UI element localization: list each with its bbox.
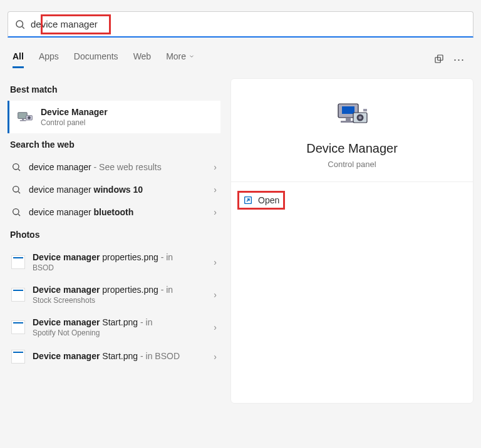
chevron-down-icon [189, 53, 195, 59]
search-icon [11, 185, 21, 195]
image-thumb-icon [11, 320, 25, 334]
search-icon [11, 207, 21, 217]
web-result-label: device manager - See web results [29, 162, 206, 172]
svg-line-14 [18, 214, 20, 216]
share-icon [433, 53, 445, 64]
photo-result-item[interactable]: Device manager properties.png - in Stock… [8, 278, 220, 311]
web-result-label: device manager bluetooth [29, 207, 206, 217]
photo-result-text: Device manager properties.png - in Stock… [33, 285, 206, 305]
open-action-label: Open [258, 195, 279, 205]
tab-tools: ··· [433, 53, 465, 67]
photo-result-text: Device manager Start.png - in BSOD [33, 351, 206, 362]
chevron-right-icon: › [214, 185, 217, 195]
svg-point-21 [359, 116, 362, 120]
svg-point-13 [13, 209, 19, 215]
filter-tabs: All Apps Documents Web More [13, 51, 433, 68]
photo-result-text: Device manager properties.png - in BSOD [33, 252, 206, 272]
tab-more[interactable]: More [166, 51, 195, 68]
chevron-right-icon: › [214, 322, 217, 332]
preview-title: Device Manager [306, 141, 398, 156]
results-list: Best match Device Manager Control panel … [8, 78, 220, 370]
tab-web[interactable]: Web [133, 51, 152, 68]
best-match-title: Device Manager [41, 107, 213, 117]
tab-apps[interactable]: Apps [39, 51, 59, 68]
photo-result-item[interactable]: Device manager Start.png - in BSOD › [8, 344, 220, 370]
svg-rect-16 [342, 106, 354, 114]
chevron-right-icon: › [214, 352, 217, 362]
svg-rect-5 [22, 118, 24, 120]
svg-line-10 [18, 169, 20, 171]
svg-point-9 [13, 164, 19, 170]
chevron-right-icon: › [214, 207, 217, 217]
search-window: All Apps Documents Web More ··· Best mat… [0, 0, 481, 411]
svg-point-8 [28, 116, 31, 120]
results-area: Best match Device Manager Control panel … [8, 78, 473, 404]
open-external-icon [243, 195, 253, 205]
web-result-item[interactable]: device manager bluetooth › [8, 201, 220, 223]
tab-more-label: More [166, 51, 186, 61]
search-icon [14, 19, 26, 30]
svg-rect-4 [18, 113, 28, 119]
svg-line-12 [18, 191, 20, 193]
open-action[interactable]: Open [237, 191, 285, 210]
web-result-label: device manager windows 10 [29, 185, 206, 195]
photo-result-text: Device manager Start.png - in Spotify No… [33, 317, 206, 337]
tab-all[interactable]: All [13, 51, 24, 68]
svg-line-1 [22, 26, 24, 28]
tab-documents[interactable]: Documents [74, 51, 118, 68]
photo-result-item[interactable]: Device manager Start.png - in Spotify No… [8, 311, 220, 344]
device-manager-icon [334, 101, 370, 131]
preview-header: Device Manager Control panel [231, 79, 473, 182]
search-input[interactable] [31, 19, 467, 29]
photo-result-item[interactable]: Device manager properties.png - in BSOD … [8, 246, 220, 278]
chevron-right-icon: › [214, 290, 217, 300]
search-bar[interactable] [8, 11, 473, 38]
svg-rect-22 [363, 109, 367, 111]
image-thumb-icon [11, 288, 25, 302]
chevron-right-icon: › [214, 257, 217, 267]
svg-point-11 [13, 186, 19, 192]
image-thumb-icon [11, 255, 25, 269]
ellipsis-icon: ··· [453, 53, 465, 66]
best-match-text: Device Manager Control panel [41, 107, 213, 127]
svg-point-0 [16, 21, 23, 28]
device-manager-icon [17, 110, 33, 124]
filter-tabs-row: All Apps Documents Web More ··· [8, 51, 473, 68]
section-header-web: Search the web [8, 133, 220, 156]
preview-subtitle: Control panel [328, 160, 376, 169]
image-thumb-icon [11, 350, 25, 364]
best-match-item[interactable]: Device Manager Control panel [8, 101, 220, 133]
best-match-subtitle: Control panel [41, 118, 213, 127]
chevron-right-icon: › [214, 162, 217, 172]
section-header-photos: Photos [8, 223, 220, 246]
preview-actions: Open [231, 182, 473, 218]
preview-panel: Device Manager Control panel Open [230, 78, 473, 404]
svg-rect-6 [20, 120, 26, 121]
more-options-button[interactable]: ··· [453, 53, 465, 66]
web-result-item[interactable]: device manager windows 10 › [8, 178, 220, 201]
section-header-best-match: Best match [8, 78, 220, 101]
share-button[interactable] [433, 53, 445, 67]
svg-rect-17 [346, 118, 351, 121]
web-result-item[interactable]: device manager - See web results › [8, 156, 220, 178]
search-icon [11, 162, 21, 172]
